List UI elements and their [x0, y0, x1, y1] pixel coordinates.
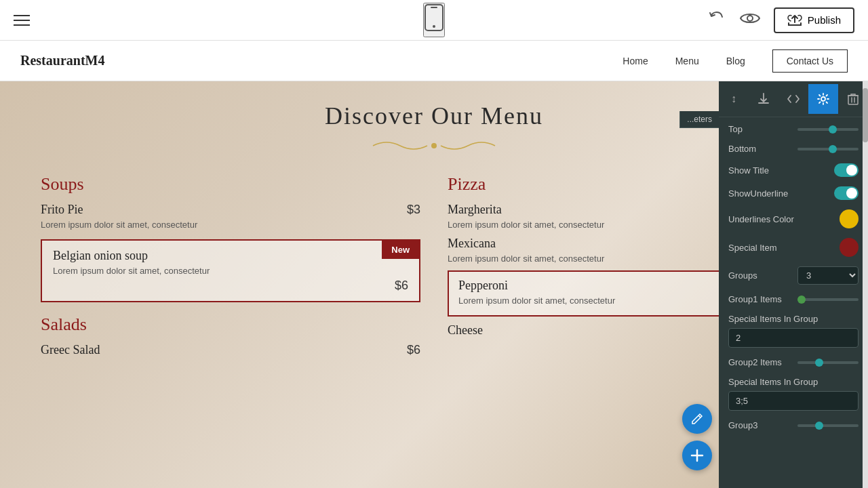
svg-rect-6	[848, 96, 858, 104]
group3-label: Group3	[728, 420, 757, 430]
panel-download-btn[interactable]	[749, 84, 778, 114]
special-items-group1-section: Special Items In Group	[728, 314, 859, 357]
show-underline-toggle[interactable]	[834, 186, 859, 200]
special-items-group2-label: Special Items In Group	[728, 377, 859, 387]
svg-point-3	[747, 16, 753, 21]
panel-code-btn[interactable]	[778, 84, 808, 114]
top-bar-right: Publish	[707, 7, 854, 33]
top-bar-left	[14, 15, 30, 26]
panel-move-btn[interactable]: ↕	[719, 84, 749, 114]
group3-thumb	[815, 422, 823, 430]
frito-name: Frito Pie	[41, 203, 197, 217]
top-slider[interactable]	[797, 128, 859, 131]
panel-toolbar: ↕	[719, 81, 868, 117]
frito-desc: Lorem ipsum dolor sit amet, consectetur	[41, 220, 197, 230]
belgian-desc: Lorem ipsum dolor sit amet, consectetur	[53, 266, 408, 276]
special-item-label: Special Item	[728, 243, 777, 253]
group1-label: Group1 Items	[728, 294, 782, 304]
add-fab[interactable]	[682, 441, 712, 470]
top-bar: Publish	[0, 0, 868, 41]
publish-label: Publish	[808, 14, 841, 26]
greec-price: $6	[407, 343, 420, 357]
special-item-color-picker[interactable]	[840, 238, 859, 257]
show-title-toggle[interactable]	[834, 163, 859, 177]
group3-row: Group3	[728, 420, 859, 430]
top-label: Top	[728, 124, 743, 134]
group2-slider[interactable]	[797, 361, 859, 364]
svg-point-1	[433, 25, 435, 28]
groups-select[interactable]: 3 1 2 4 5	[797, 266, 859, 285]
preview-button[interactable]	[740, 11, 760, 30]
menu-item-greec: Greec Salad $6	[41, 343, 420, 365]
groups-row: Groups 3 1 2 4 5	[728, 266, 859, 285]
menu-item-frito: Frito Pie Lorem ipsum dolor sit amet, co…	[41, 203, 420, 232]
top-thumb	[829, 125, 837, 134]
phone-preview-button[interactable]	[423, 3, 445, 37]
new-badge: New	[382, 241, 419, 259]
svg-point-4	[431, 143, 437, 148]
bottom-row: Bottom	[728, 144, 859, 154]
show-underline-row: ShowUnderline	[728, 186, 859, 200]
group3-slider[interactable]	[797, 424, 859, 427]
groups-label: Groups	[728, 270, 757, 281]
left-column: Soups Frito Pie Lorem ipsum dolor sit am…	[41, 174, 420, 372]
show-underline-label: ShowUnderline	[728, 188, 788, 199]
belgian-price: $6	[53, 279, 408, 293]
main-area: Discover Our Menu Soups Frito Pie	[0, 81, 868, 488]
undo-button[interactable]	[707, 9, 726, 32]
special-item-belgian: New Belgian onion soup Lorem ipsum dolor…	[41, 239, 420, 302]
right-panel: ↕	[719, 81, 868, 488]
menu-columns: Soups Frito Pie Lorem ipsum dolor sit am…	[41, 174, 827, 372]
group2-label: Group2 Items	[728, 357, 782, 367]
group1-slider[interactable]	[797, 298, 859, 301]
menu-divider	[41, 136, 827, 161]
special-items-group2-input[interactable]	[728, 391, 859, 411]
special-item-row: Special Item	[728, 238, 859, 257]
nav-menu[interactable]: Menu	[675, 56, 699, 66]
special-items-group1-label: Special Items In Group	[728, 314, 859, 324]
edit-fab[interactable]	[682, 404, 712, 434]
greec-name: Greec Salad	[41, 343, 100, 357]
underlines-color-picker[interactable]	[840, 209, 859, 228]
bottom-slider[interactable]	[797, 148, 859, 150]
bottom-thumb	[829, 145, 837, 153]
nav-contact[interactable]: Contact Us	[772, 49, 848, 73]
nav-bar: RestaurantM4 Home Menu Blog Contact Us	[0, 41, 868, 81]
soups-title: Soups	[41, 174, 420, 195]
top-bar-center	[423, 3, 445, 37]
nav-blog[interactable]: Blog	[726, 56, 745, 66]
publish-button[interactable]: Publish	[774, 7, 854, 33]
special-items-group2-section: Special Items In Group	[728, 377, 859, 420]
brand-name: RestaurantM4	[20, 53, 104, 68]
nav-links: Home Menu Blog Contact Us	[623, 49, 848, 73]
group2-items-row: Group2 Items	[728, 357, 859, 367]
belgian-name: Belgian onion soup	[53, 249, 408, 263]
group2-thumb	[815, 359, 823, 367]
show-title-row: Show Title	[728, 163, 859, 177]
show-title-label: Show Title	[728, 165, 769, 176]
salads-title: Salads	[41, 314, 420, 335]
underlines-color-label: Underlines Color	[728, 214, 794, 224]
parameters-label: ...eters	[679, 111, 719, 128]
panel-settings-btn[interactable]	[808, 84, 838, 114]
frito-price: $3	[407, 203, 420, 217]
group1-thumb	[797, 296, 806, 304]
svg-point-5	[821, 97, 825, 101]
group1-items-row: Group1 Items	[728, 294, 859, 304]
underlines-color-row: Underlines Color	[728, 209, 859, 228]
nav-home[interactable]: Home	[623, 56, 648, 66]
top-row: Top	[728, 124, 859, 134]
scroll-thumb[interactable]	[863, 88, 868, 142]
special-items-group1-input[interactable]	[728, 328, 859, 348]
bottom-label: Bottom	[728, 144, 756, 154]
scrollbar[interactable]	[863, 81, 868, 488]
panel-content: Top Bottom Show Title ShowUnderline	[719, 117, 868, 488]
hamburger-icon[interactable]	[14, 15, 30, 26]
